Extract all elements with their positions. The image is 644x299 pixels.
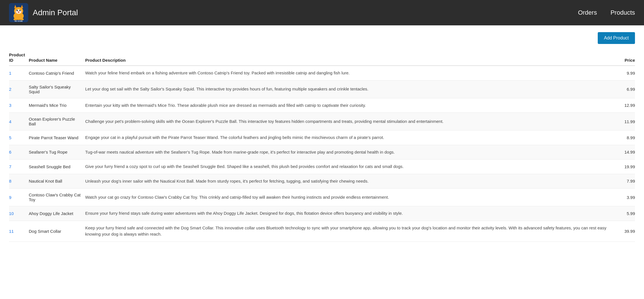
cell-price: 19.99 [612,160,635,174]
nav-orders[interactable]: Orders [578,9,597,16]
cell-price: 7.99 [612,174,635,189]
svg-point-8 [17,10,18,10]
cell-description: Give your furry friend a cozy spot to cu… [85,160,612,174]
table-row: 6 Seafarer's Tug Rope Tug-of-war meets n… [9,145,635,160]
product-id-link[interactable]: 2 [9,87,11,92]
cell-name: Dog Smart Collar [29,221,85,242]
cell-description: Ensure your furry friend stays safe duri… [85,206,612,221]
cell-name: Nautical Knot Ball [29,174,85,189]
cell-name: Seashell Snuggle Bed [29,160,85,174]
cell-id: 5 [9,130,29,145]
cell-price: 12.99 [612,98,635,113]
table-row: 1 Contoso Catnip's Friend Watch your fel… [9,66,635,80]
table-row: 4 Ocean Explorer's Puzzle Ball Challenge… [9,113,635,130]
cell-price: 3.99 [612,189,635,206]
cell-name: Seafarer's Tug Rope [29,145,85,160]
cell-description: Let your dog set sail with the Salty Sai… [85,80,612,98]
product-id-link[interactable]: 1 [9,71,11,76]
cell-id: 10 [9,206,29,221]
cell-id: 1 [9,66,29,80]
cell-description: Engage your cat in a playful pursuit wit… [85,130,612,145]
cell-description: Watch your cat go crazy for Contoso Claw… [85,189,612,206]
logo-image: PET STORE [9,3,28,22]
cell-id: 11 [9,221,29,242]
table-row: 3 Mermaid's Mice Trio Entertain your kit… [9,98,635,113]
cell-id: 9 [9,189,29,206]
main-content: Add Product Product ID Product Name Prod… [0,25,644,299]
product-id-link[interactable]: 9 [9,195,11,200]
nav-products[interactable]: Products [610,9,635,16]
cell-name: Ahoy Doggy Life Jacket [29,206,85,221]
svg-point-6 [17,10,18,11]
cell-id: 7 [9,160,29,174]
cell-name: Ocean Explorer's Puzzle Ball [29,113,85,130]
cell-id: 4 [9,113,29,130]
cell-id: 6 [9,145,29,160]
table-row: 10 Ahoy Doggy Life Jacket Ensure your fu… [9,206,635,221]
table-row: 2 Salty Sailor's Squeaky Squid Let your … [9,80,635,98]
cell-name: Contoso Catnip's Friend [29,66,85,80]
product-id-link[interactable]: 3 [9,103,11,108]
cell-name: Contoso Claw's Crabby Cat Toy [29,189,85,206]
products-table: Product ID Product Name Product Descript… [9,50,635,242]
cell-description: Watch your feline friend embark on a fis… [85,66,612,80]
cell-description: Unleash your dog's inner sailor with the… [85,174,612,189]
toolbar: Add Product [9,32,635,44]
cell-id: 3 [9,98,29,113]
product-id-link[interactable]: 7 [9,164,11,169]
cell-id: 8 [9,174,29,189]
cell-description: Keep your furry friend safe and connecte… [85,221,612,242]
product-id-link[interactable]: 6 [9,150,11,154]
svg-point-11 [15,11,17,12]
svg-point-10 [18,12,19,12]
product-id-link[interactable]: 8 [9,179,11,183]
table-row: 5 Pirate Parrot Teaser Wand Engage your … [9,130,635,145]
cell-name: Mermaid's Mice Trio [29,98,85,113]
cell-id: 2 [9,80,29,98]
cell-price: 14.99 [612,145,635,160]
logo: PET STORE [9,3,28,22]
col-header-name: Product Name [29,50,85,66]
cell-name: Salty Sailor's Squeaky Squid [29,80,85,98]
svg-point-7 [19,10,21,11]
cell-price: 8.99 [612,130,635,145]
svg-point-12 [20,11,22,12]
product-id-link[interactable]: 10 [9,211,14,216]
table-header-row: Product ID Product Name Product Descript… [9,50,635,66]
product-id-link[interactable]: 5 [9,135,11,140]
cell-price: 5.99 [612,206,635,221]
table-row: 9 Contoso Claw's Crabby Cat Toy Watch yo… [9,189,635,206]
header: PET STORE Admin Portal Orders Products [0,0,644,25]
product-id-link[interactable]: 4 [9,119,11,124]
col-header-desc: Product Description [85,50,612,66]
cell-price: 39.99 [612,221,635,242]
col-header-price: Price [612,50,635,66]
cell-price: 6.99 [612,80,635,98]
cell-description: Tug-of-war meets nautical adventure with… [85,145,612,160]
app-title: Admin Portal [33,8,78,17]
table-row: 8 Nautical Knot Ball Unleash your dog's … [9,174,635,189]
table-row: 7 Seashell Snuggle Bed Give your furry f… [9,160,635,174]
col-header-id: Product ID [9,50,29,66]
svg-point-9 [20,10,21,10]
table-row: 11 Dog Smart Collar Keep your furry frie… [9,221,635,242]
cell-name: Pirate Parrot Teaser Wand [29,130,85,145]
cell-description: Challenge your pet's problem-solving ski… [85,113,612,130]
svg-text:PET STORE: PET STORE [15,20,23,22]
main-nav: Orders Products [578,9,635,16]
product-id-link[interactable]: 11 [9,229,14,234]
add-product-button[interactable]: Add Product [598,32,635,44]
cell-price: 9.99 [612,66,635,80]
cell-price: 11.99 [612,113,635,130]
cell-description: Entertain your kitty with the Mermaid's … [85,98,612,113]
